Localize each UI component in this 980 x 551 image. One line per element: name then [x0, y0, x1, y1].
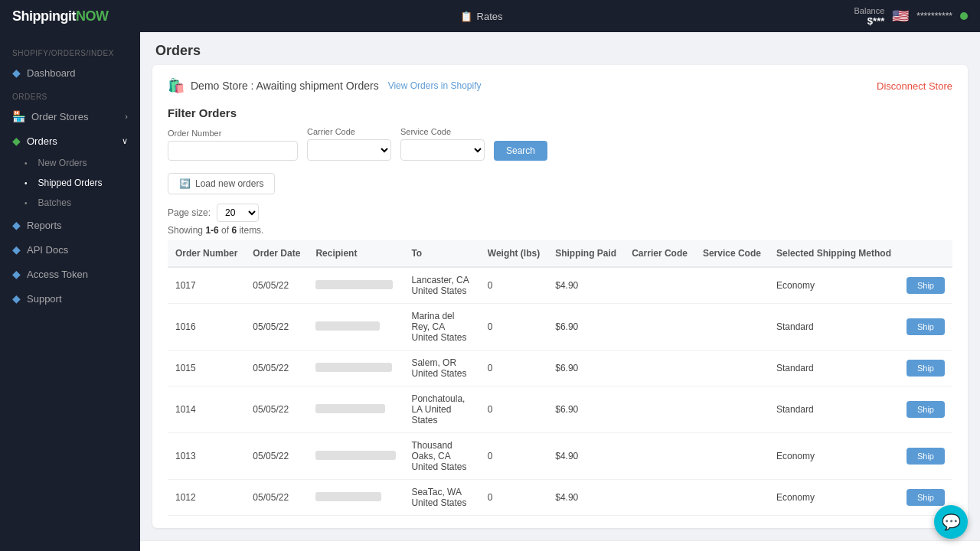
view-in-shopify-link[interactable]: View Orders in Shopify	[388, 80, 482, 91]
sidebar-item-batches[interactable]: Batches	[24, 193, 140, 213]
carrier-code-label: Carrier Code	[307, 127, 391, 136]
cell-recipient: ████████████	[308, 480, 403, 516]
ship-button[interactable]: Ship	[906, 318, 945, 335]
orders-table: Order Number Order Date Recipient To Wei…	[168, 240, 952, 516]
sidebar-item-new-orders[interactable]: New Orders	[24, 153, 140, 173]
cell-weight: 0	[480, 350, 547, 386]
cell-shipping-method: Economy	[769, 267, 899, 304]
ship-button[interactable]: Ship	[906, 489, 945, 506]
cell-order-number: 1014	[168, 386, 245, 433]
col-to: To	[403, 240, 479, 267]
chat-button[interactable]: 💬	[934, 505, 968, 539]
reports-icon: ◆	[12, 219, 21, 231]
sidebar-item-shipped-orders[interactable]: Shipped Orders	[24, 173, 140, 193]
service-code-select[interactable]: GROUND EXPRESS PRIORITY	[400, 139, 485, 161]
ship-button[interactable]: Ship	[906, 360, 945, 377]
cell-order-date: 05/05/22	[245, 267, 308, 304]
cell-weight: 0	[480, 386, 547, 433]
cell-carrier-code	[624, 267, 695, 304]
sidebar-item-access-token[interactable]: ◆ Access Token	[0, 262, 140, 286]
sidebar: SHOPIFY/ORDERS/INDEX ◆ Dashboard ORDERS …	[0, 32, 140, 551]
sidebar-item-reports[interactable]: ◆ Reports	[0, 213, 140, 237]
search-button[interactable]: Search	[494, 141, 547, 161]
ship-button[interactable]: Ship	[906, 401, 945, 418]
service-code-label: Service Code	[400, 127, 485, 136]
cell-service-code	[695, 304, 769, 350]
cell-order-date: 05/05/22	[245, 304, 308, 350]
cell-to: Salem, OR United States	[403, 350, 479, 386]
sidebar-item-orders[interactable]: ◆ Orders ∨	[0, 129, 140, 153]
load-new-orders-button[interactable]: 🔄 Load new orders	[168, 173, 275, 194]
page-size-select[interactable]: 20 50 100	[217, 204, 259, 222]
orders-label: Orders	[27, 135, 57, 147]
cell-service-code	[695, 480, 769, 516]
cell-shipping-paid: $6.90	[547, 350, 624, 386]
page-size-label: Page size:	[168, 207, 211, 218]
cell-carrier-code	[624, 433, 695, 480]
table-header: Order Number Order Date Recipient To Wei…	[168, 240, 952, 267]
orders-section-label: ORDERS	[0, 85, 140, 104]
cell-order-number: 1015	[168, 350, 245, 386]
api-docs-label: API Docs	[27, 244, 68, 256]
cell-shipping-paid: $4.90	[547, 433, 624, 480]
col-action	[899, 240, 952, 267]
carrier-code-select[interactable]: UPS USPS FedEx	[307, 139, 391, 161]
cell-shipping-paid: $6.90	[547, 304, 624, 350]
orders-card: 🛍️ Demo Store : Awaiting shipment Orders…	[152, 65, 968, 528]
cell-order-date: 05/05/22	[245, 433, 308, 480]
cell-action[interactable]: Ship	[899, 433, 952, 480]
orders-submenu: New Orders Shipped Orders Batches	[0, 153, 140, 213]
filter-row: Order Number Carrier Code UPS USPS FedEx	[168, 127, 952, 161]
cell-action[interactable]: Ship	[899, 304, 952, 350]
support-label: Support	[27, 293, 62, 305]
cell-order-number: 1016	[168, 304, 245, 350]
access-token-label: Access Token	[27, 269, 88, 280]
cell-action[interactable]: Ship	[899, 350, 952, 386]
sidebar-item-api-docs[interactable]: ◆ API Docs	[0, 237, 140, 262]
cell-weight: 0	[480, 433, 547, 480]
showing-text: Showing	[168, 225, 203, 236]
cell-to: SeaTac, WA United States	[403, 480, 479, 516]
col-recipient: Recipient	[308, 240, 403, 267]
ship-button[interactable]: Ship	[906, 448, 945, 465]
of-text: of	[221, 225, 229, 236]
reports-label: Reports	[27, 220, 62, 231]
refresh-icon: 🔄	[179, 178, 191, 189]
cell-to: Thousand Oaks, CA United States	[403, 433, 479, 480]
cell-recipient: ████████████	[308, 386, 403, 433]
col-shipping-paid: Shipping Paid	[547, 240, 624, 267]
order-number-input[interactable]	[168, 141, 298, 161]
table-row: 1016 05/05/22 ████████████ Marina del Re…	[168, 304, 952, 350]
topnav-right: Balance $*** 🇺🇸 **********	[854, 6, 968, 27]
cell-to: Ponchatoula, LA United States	[403, 386, 479, 433]
batches-label: Batches	[38, 197, 71, 208]
cell-service-code	[695, 350, 769, 386]
orders-icon: ◆	[12, 135, 21, 147]
page-title: Orders	[155, 43, 965, 59]
sidebar-item-order-stores[interactable]: 🏪 Order Stores ›	[0, 104, 140, 129]
cell-action[interactable]: Ship	[899, 386, 952, 433]
cell-action[interactable]: Ship	[899, 267, 952, 304]
sidebar-item-dashboard[interactable]: ◆ Dashboard	[0, 60, 140, 85]
order-number-label: Order Number	[168, 129, 298, 138]
filter-section: Filter Orders Order Number Carrier Code …	[168, 106, 952, 161]
sidebar-item-support[interactable]: ◆ Support	[0, 286, 140, 311]
cell-carrier-code	[624, 304, 695, 350]
disconnect-store-link[interactable]: Disconnect Store	[877, 80, 952, 92]
table-row: 1014 05/05/22 ████████████ Ponchatoula, …	[168, 386, 952, 433]
total-items: 6	[231, 225, 237, 236]
table-header-row: Order Number Order Date Recipient To Wei…	[168, 240, 952, 267]
new-orders-label: New Orders	[38, 158, 87, 168]
support-icon: ◆	[12, 292, 21, 305]
pagination-info: Showing 1-6 of 6 items.	[168, 225, 952, 236]
ship-button[interactable]: Ship	[906, 277, 945, 294]
cell-order-number: 1013	[168, 433, 245, 480]
cell-recipient: ████████████	[308, 304, 403, 350]
page-range: 1-6	[205, 225, 218, 236]
load-new-orders-label: Load new orders	[195, 178, 263, 189]
nav-rates[interactable]: 📋 Rates	[460, 11, 503, 22]
cell-recipient: ████████████	[308, 350, 403, 386]
chevron-down-icon: ∨	[122, 136, 128, 146]
carrier-code-group: Carrier Code UPS USPS FedEx	[307, 127, 391, 161]
cell-order-date: 05/05/22	[245, 480, 308, 516]
